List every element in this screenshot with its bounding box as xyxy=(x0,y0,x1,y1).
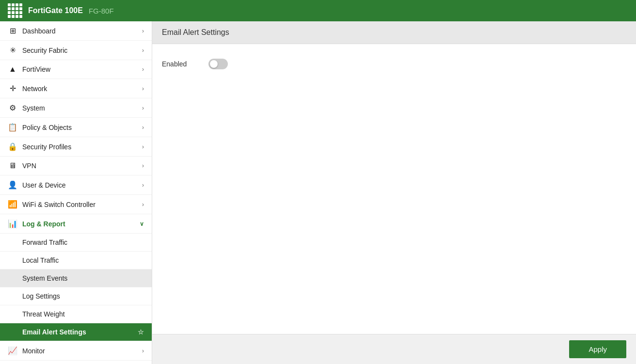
sidebar-item-local-traffic[interactable]: Local Traffic xyxy=(0,252,152,269)
main-content: Email Alert Settings Enabled Apply xyxy=(152,21,636,364)
enabled-toggle[interactable] xyxy=(208,59,228,69)
sidebar-item-log-report[interactable]: 📊 Log & Report ∨ xyxy=(0,214,152,234)
chevron-right-icon: › xyxy=(142,162,144,169)
wifi-icon: 📶 xyxy=(8,200,17,209)
device-model: FG-80F xyxy=(89,7,114,15)
monitor-icon: 📈 xyxy=(8,346,17,355)
chevron-right-icon: › xyxy=(142,182,144,189)
sub-item-label: Email Alert Settings xyxy=(22,328,86,336)
app-name: FortiGate 100E xyxy=(28,6,83,15)
apply-button[interactable]: Apply xyxy=(569,340,626,358)
toggle-track xyxy=(208,59,228,69)
user-device-icon: 👤 xyxy=(8,180,17,190)
sidebar-item-policy-objects[interactable]: 📋 Policy & Objects › xyxy=(0,118,152,137)
topbar: FortiGate 100E FG-80F xyxy=(0,0,636,21)
fortiview-icon: ▲ xyxy=(8,65,17,74)
chevron-right-icon: › xyxy=(142,47,144,54)
enabled-label: Enabled xyxy=(162,60,201,68)
chevron-right-icon: › xyxy=(142,28,144,34)
content-area: Enabled xyxy=(152,44,636,334)
security-fabric-icon: ✳ xyxy=(8,46,17,55)
sidebar-item-label: Security Profiles xyxy=(22,143,71,151)
network-icon: ✛ xyxy=(8,84,17,93)
chevron-right-icon: › xyxy=(142,66,144,73)
chevron-right-icon: › xyxy=(142,85,144,92)
sidebar-item-label: FortiView xyxy=(22,65,50,73)
sub-item-label: Log Settings xyxy=(22,292,60,300)
sidebar-item-vpn[interactable]: 🖥 VPN › xyxy=(0,157,152,175)
log-report-icon: 📊 xyxy=(8,219,17,228)
chevron-down-icon: ∨ xyxy=(140,221,144,227)
sidebar-item-security-profiles[interactable]: 🔒 Security Profiles › xyxy=(0,137,152,157)
page-title: Email Alert Settings xyxy=(152,21,636,44)
footer-bar: Apply xyxy=(152,334,636,364)
chevron-right-icon: › xyxy=(142,143,144,150)
sidebar-item-fortiview[interactable]: ▲ FortiView › xyxy=(0,60,152,79)
sidebar-item-system[interactable]: ⚙ System › xyxy=(0,98,152,118)
sidebar-item-label: Policy & Objects xyxy=(22,124,72,131)
sidebar-item-forward-traffic[interactable]: Forward Traffic xyxy=(0,234,152,252)
sidebar-item-label: Security Fabric xyxy=(22,47,67,54)
chevron-right-icon: › xyxy=(142,105,144,111)
sidebar-item-email-alert-settings[interactable]: Email Alert Settings ☆ xyxy=(0,323,152,341)
sidebar-item-label: Network xyxy=(22,85,47,93)
chevron-right-icon: › xyxy=(142,201,144,208)
sidebar-item-log-settings[interactable]: Log Settings xyxy=(0,287,152,305)
sidebar-item-security-fabric[interactable]: ✳ Security Fabric › xyxy=(0,41,152,60)
sidebar-item-wifi-switch[interactable]: 📶 WiFi & Switch Controller › xyxy=(0,195,152,214)
toggle-thumb xyxy=(210,60,218,68)
sidebar-item-system-events[interactable]: System Events xyxy=(0,269,152,287)
sidebar-item-monitor[interactable]: 📈 Monitor › xyxy=(0,341,152,361)
chevron-right-icon: › xyxy=(142,124,144,131)
dashboard-icon: ⊞ xyxy=(8,26,17,35)
sidebar-item-user-device[interactable]: 👤 User & Device › xyxy=(0,175,152,195)
sidebar-item-threat-weight[interactable]: Threat Weight xyxy=(0,305,152,323)
sidebar-item-label: User & Device xyxy=(22,181,65,189)
enabled-field-row: Enabled xyxy=(162,54,626,74)
sidebar-item-label: VPN xyxy=(22,162,36,170)
sidebar-item-dashboard[interactable]: ⊞ Dashboard › xyxy=(0,21,152,41)
sidebar-item-label: System xyxy=(22,104,45,112)
sub-item-label: System Events xyxy=(22,274,67,282)
sidebar-item-label: Log & Report xyxy=(22,220,65,228)
chevron-right-icon: › xyxy=(142,348,144,354)
sub-item-label: Threat Weight xyxy=(22,310,65,318)
policy-icon: 📋 xyxy=(8,123,17,132)
security-profiles-icon: 🔒 xyxy=(8,142,17,151)
sidebar: ⊞ Dashboard › ✳ Security Fabric › ▲ Fort… xyxy=(0,21,152,364)
system-icon: ⚙ xyxy=(8,103,17,112)
sidebar-item-network[interactable]: ✛ Network › xyxy=(0,79,152,98)
vpn-icon: 🖥 xyxy=(8,161,17,170)
logo-grid xyxy=(8,3,22,18)
star-icon[interactable]: ☆ xyxy=(138,328,144,336)
sidebar-item-label: Dashboard xyxy=(22,27,56,35)
sidebar-item-label: WiFi & Switch Controller xyxy=(22,201,95,208)
sub-item-label: Local Traffic xyxy=(22,256,59,264)
sub-item-label: Forward Traffic xyxy=(22,238,67,246)
sidebar-item-label: Monitor xyxy=(22,347,45,355)
